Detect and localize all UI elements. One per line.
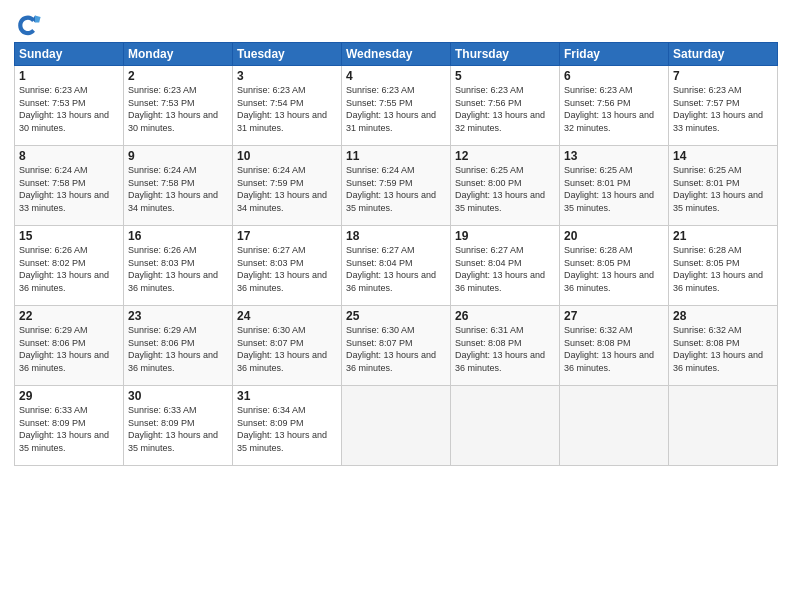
- logo: [14, 10, 46, 38]
- calendar-cell: 4 Sunrise: 6:23 AM Sunset: 7:55 PM Dayli…: [342, 66, 451, 146]
- calendar-cell: 30 Sunrise: 6:33 AM Sunset: 8:09 PM Dayl…: [124, 386, 233, 466]
- calendar-header-thursday: Thursday: [451, 43, 560, 66]
- calendar-cell: 3 Sunrise: 6:23 AM Sunset: 7:54 PM Dayli…: [233, 66, 342, 146]
- day-info: Sunrise: 6:28 AM Sunset: 8:05 PM Dayligh…: [564, 244, 664, 294]
- calendar-cell: [669, 386, 778, 466]
- calendar-cell: 26 Sunrise: 6:31 AM Sunset: 8:08 PM Dayl…: [451, 306, 560, 386]
- day-number: 1: [19, 69, 119, 83]
- day-info: Sunrise: 6:33 AM Sunset: 8:09 PM Dayligh…: [128, 404, 228, 454]
- calendar-header-saturday: Saturday: [669, 43, 778, 66]
- day-info: Sunrise: 6:31 AM Sunset: 8:08 PM Dayligh…: [455, 324, 555, 374]
- calendar-cell: [342, 386, 451, 466]
- calendar-cell: 24 Sunrise: 6:30 AM Sunset: 8:07 PM Dayl…: [233, 306, 342, 386]
- day-info: Sunrise: 6:24 AM Sunset: 7:59 PM Dayligh…: [237, 164, 337, 214]
- calendar-cell: 23 Sunrise: 6:29 AM Sunset: 8:06 PM Dayl…: [124, 306, 233, 386]
- day-info: Sunrise: 6:28 AM Sunset: 8:05 PM Dayligh…: [673, 244, 773, 294]
- day-number: 7: [673, 69, 773, 83]
- day-number: 21: [673, 229, 773, 243]
- day-info: Sunrise: 6:24 AM Sunset: 7:58 PM Dayligh…: [19, 164, 119, 214]
- day-number: 22: [19, 309, 119, 323]
- day-number: 17: [237, 229, 337, 243]
- day-info: Sunrise: 6:23 AM Sunset: 7:54 PM Dayligh…: [237, 84, 337, 134]
- calendar-cell: 15 Sunrise: 6:26 AM Sunset: 8:02 PM Dayl…: [15, 226, 124, 306]
- day-info: Sunrise: 6:25 AM Sunset: 8:01 PM Dayligh…: [564, 164, 664, 214]
- calendar-cell: 2 Sunrise: 6:23 AM Sunset: 7:53 PM Dayli…: [124, 66, 233, 146]
- calendar-cell: 10 Sunrise: 6:24 AM Sunset: 7:59 PM Dayl…: [233, 146, 342, 226]
- header: [14, 10, 778, 38]
- calendar-cell: 8 Sunrise: 6:24 AM Sunset: 7:58 PM Dayli…: [15, 146, 124, 226]
- day-number: 8: [19, 149, 119, 163]
- day-info: Sunrise: 6:33 AM Sunset: 8:09 PM Dayligh…: [19, 404, 119, 454]
- day-number: 28: [673, 309, 773, 323]
- day-number: 6: [564, 69, 664, 83]
- day-info: Sunrise: 6:24 AM Sunset: 7:58 PM Dayligh…: [128, 164, 228, 214]
- day-info: Sunrise: 6:29 AM Sunset: 8:06 PM Dayligh…: [128, 324, 228, 374]
- calendar-cell: 19 Sunrise: 6:27 AM Sunset: 8:04 PM Dayl…: [451, 226, 560, 306]
- day-info: Sunrise: 6:27 AM Sunset: 8:03 PM Dayligh…: [237, 244, 337, 294]
- day-info: Sunrise: 6:26 AM Sunset: 8:03 PM Dayligh…: [128, 244, 228, 294]
- calendar-cell: 17 Sunrise: 6:27 AM Sunset: 8:03 PM Dayl…: [233, 226, 342, 306]
- calendar-cell: [451, 386, 560, 466]
- calendar-cell: 13 Sunrise: 6:25 AM Sunset: 8:01 PM Dayl…: [560, 146, 669, 226]
- day-info: Sunrise: 6:34 AM Sunset: 8:09 PM Dayligh…: [237, 404, 337, 454]
- day-info: Sunrise: 6:26 AM Sunset: 8:02 PM Dayligh…: [19, 244, 119, 294]
- page-container: SundayMondayTuesdayWednesdayThursdayFrid…: [0, 0, 792, 612]
- day-number: 13: [564, 149, 664, 163]
- calendar-cell: 12 Sunrise: 6:25 AM Sunset: 8:00 PM Dayl…: [451, 146, 560, 226]
- day-info: Sunrise: 6:23 AM Sunset: 7:55 PM Dayligh…: [346, 84, 446, 134]
- day-number: 4: [346, 69, 446, 83]
- calendar-table: SundayMondayTuesdayWednesdayThursdayFrid…: [14, 42, 778, 466]
- day-number: 15: [19, 229, 119, 243]
- day-number: 2: [128, 69, 228, 83]
- calendar-header-wednesday: Wednesday: [342, 43, 451, 66]
- day-number: 18: [346, 229, 446, 243]
- day-info: Sunrise: 6:30 AM Sunset: 8:07 PM Dayligh…: [237, 324, 337, 374]
- calendar-header-tuesday: Tuesday: [233, 43, 342, 66]
- day-number: 10: [237, 149, 337, 163]
- calendar-week-2: 8 Sunrise: 6:24 AM Sunset: 7:58 PM Dayli…: [15, 146, 778, 226]
- day-info: Sunrise: 6:30 AM Sunset: 8:07 PM Dayligh…: [346, 324, 446, 374]
- day-number: 5: [455, 69, 555, 83]
- day-info: Sunrise: 6:27 AM Sunset: 8:04 PM Dayligh…: [346, 244, 446, 294]
- calendar-cell: 7 Sunrise: 6:23 AM Sunset: 7:57 PM Dayli…: [669, 66, 778, 146]
- calendar-cell: 1 Sunrise: 6:23 AM Sunset: 7:53 PM Dayli…: [15, 66, 124, 146]
- day-number: 26: [455, 309, 555, 323]
- day-info: Sunrise: 6:25 AM Sunset: 8:00 PM Dayligh…: [455, 164, 555, 214]
- day-number: 11: [346, 149, 446, 163]
- day-info: Sunrise: 6:32 AM Sunset: 8:08 PM Dayligh…: [564, 324, 664, 374]
- calendar-cell: 20 Sunrise: 6:28 AM Sunset: 8:05 PM Dayl…: [560, 226, 669, 306]
- day-number: 19: [455, 229, 555, 243]
- day-number: 27: [564, 309, 664, 323]
- day-info: Sunrise: 6:23 AM Sunset: 7:57 PM Dayligh…: [673, 84, 773, 134]
- calendar-cell: 5 Sunrise: 6:23 AM Sunset: 7:56 PM Dayli…: [451, 66, 560, 146]
- calendar-cell: 31 Sunrise: 6:34 AM Sunset: 8:09 PM Dayl…: [233, 386, 342, 466]
- calendar-cell: 11 Sunrise: 6:24 AM Sunset: 7:59 PM Dayl…: [342, 146, 451, 226]
- day-number: 3: [237, 69, 337, 83]
- calendar-cell: 9 Sunrise: 6:24 AM Sunset: 7:58 PM Dayli…: [124, 146, 233, 226]
- calendar-cell: 28 Sunrise: 6:32 AM Sunset: 8:08 PM Dayl…: [669, 306, 778, 386]
- calendar-cell: 25 Sunrise: 6:30 AM Sunset: 8:07 PM Dayl…: [342, 306, 451, 386]
- day-number: 14: [673, 149, 773, 163]
- logo-icon: [14, 10, 42, 38]
- day-info: Sunrise: 6:25 AM Sunset: 8:01 PM Dayligh…: [673, 164, 773, 214]
- calendar-header-monday: Monday: [124, 43, 233, 66]
- day-number: 9: [128, 149, 228, 163]
- day-number: 16: [128, 229, 228, 243]
- calendar-cell: 22 Sunrise: 6:29 AM Sunset: 8:06 PM Dayl…: [15, 306, 124, 386]
- day-number: 29: [19, 389, 119, 403]
- day-info: Sunrise: 6:23 AM Sunset: 7:53 PM Dayligh…: [128, 84, 228, 134]
- calendar-cell: 18 Sunrise: 6:27 AM Sunset: 8:04 PM Dayl…: [342, 226, 451, 306]
- day-info: Sunrise: 6:23 AM Sunset: 7:56 PM Dayligh…: [564, 84, 664, 134]
- calendar-cell: 29 Sunrise: 6:33 AM Sunset: 8:09 PM Dayl…: [15, 386, 124, 466]
- day-number: 23: [128, 309, 228, 323]
- calendar-header-sunday: Sunday: [15, 43, 124, 66]
- day-number: 20: [564, 229, 664, 243]
- day-number: 31: [237, 389, 337, 403]
- day-number: 12: [455, 149, 555, 163]
- calendar-header-friday: Friday: [560, 43, 669, 66]
- calendar-week-3: 15 Sunrise: 6:26 AM Sunset: 8:02 PM Dayl…: [15, 226, 778, 306]
- calendar-cell: [560, 386, 669, 466]
- calendar-header-row: SundayMondayTuesdayWednesdayThursdayFrid…: [15, 43, 778, 66]
- day-info: Sunrise: 6:32 AM Sunset: 8:08 PM Dayligh…: [673, 324, 773, 374]
- day-number: 30: [128, 389, 228, 403]
